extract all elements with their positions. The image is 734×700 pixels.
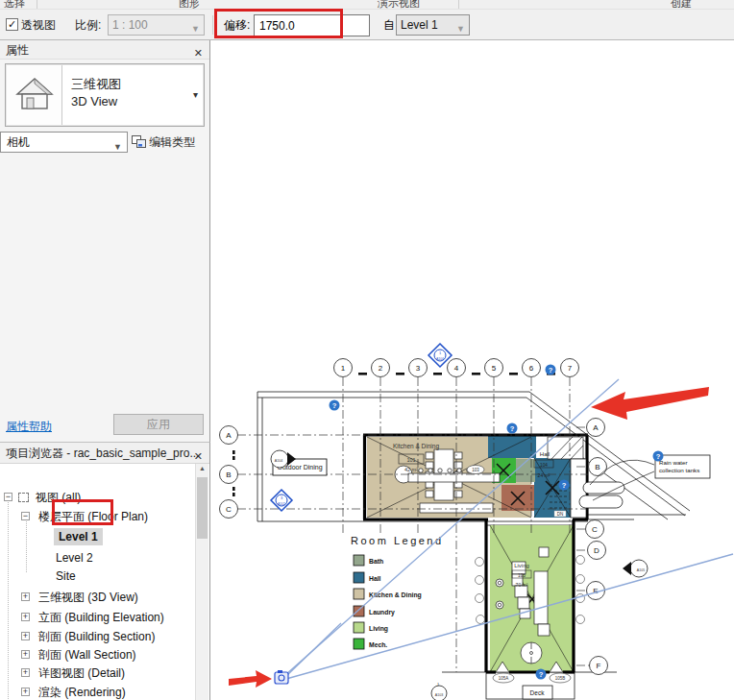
ribbon-graphics-label: 图形 bbox=[179, 0, 200, 10]
chevron-down-icon: ▼ bbox=[456, 19, 465, 38]
project-browser-title-bar[interactable]: 项目浏览器 - rac_basic_sample_pro... ✕ bbox=[0, 443, 209, 464]
offset-input[interactable] bbox=[254, 14, 370, 36]
legend-swatch bbox=[354, 622, 364, 633]
svg-text:Living: Living bbox=[369, 625, 388, 633]
properties-title: 属性 bbox=[6, 43, 29, 57]
project-browser-tree: − 视图 (all) − 楼层平面 (Floor Plan) Level 1 L… bbox=[0, 464, 196, 700]
apply-button[interactable]: 应用 bbox=[113, 414, 204, 435]
expand-icon[interactable]: + bbox=[21, 592, 30, 601]
living-area: 70 m² bbox=[516, 582, 528, 588]
collapse-icon[interactable]: − bbox=[21, 512, 30, 520]
elevation-marker-right[interactable]: A105 bbox=[623, 560, 648, 577]
chevron-down-icon: ▾ bbox=[193, 89, 198, 100]
ribbon-strip: 选择 图形 演示视图 创建 bbox=[0, 0, 734, 10]
chevron-down-icon: ▼ bbox=[191, 19, 200, 38]
house-3d-view-icon bbox=[7, 65, 62, 125]
svg-text:?: ? bbox=[562, 481, 567, 490]
expand-icon[interactable]: + bbox=[21, 650, 30, 659]
svg-text:D: D bbox=[594, 546, 599, 555]
project-browser-title: 项目浏览器 - rac_basic_sample_pro... bbox=[6, 447, 199, 460]
kitchen-number: 101 bbox=[406, 457, 415, 463]
room-legend: Room Legend Bath Hall Kitchen & Dining L… bbox=[351, 535, 444, 649]
expand-icon[interactable]: + bbox=[21, 632, 30, 640]
svg-text:A103: A103 bbox=[435, 693, 443, 697]
edit-type-button[interactable]: 编辑类型 bbox=[132, 132, 208, 153]
svg-text:Bath: Bath bbox=[369, 558, 383, 565]
properties-title-bar[interactable]: 属性 ✕ bbox=[0, 40, 209, 60]
svg-text:?: ? bbox=[510, 424, 515, 433]
svg-text:1: 1 bbox=[341, 364, 346, 373]
elevation-marker-bottom[interactable]: 1 A103 bbox=[431, 682, 447, 700]
perspective-label: 透视图 bbox=[21, 17, 56, 33]
ribbon-separator bbox=[37, 0, 37, 10]
red-arrow-right-area bbox=[591, 387, 709, 420]
svg-text:?: ? bbox=[656, 452, 661, 461]
project-browser: 项目浏览器 - rac_basic_sample_pro... ✕ − 视图 (… bbox=[0, 442, 210, 700]
legend-swatch bbox=[354, 606, 364, 616]
svg-text:A: A bbox=[226, 431, 232, 440]
living-number: 105 bbox=[518, 573, 526, 578]
options-bar: ✓ 透视图 比例: 1 : 100 ▼ 偏移: 自 Level 1 ▼ bbox=[0, 10, 734, 40]
drawing-canvas[interactable]: DN bbox=[210, 40, 734, 700]
hall-number: 104 bbox=[540, 463, 548, 468]
svg-text:Laundry: Laundry bbox=[369, 609, 395, 616]
scroll-up-icon[interactable]: ▲ bbox=[196, 465, 208, 471]
svg-text:4: 4 bbox=[454, 364, 459, 373]
edit-type-icon bbox=[132, 135, 146, 148]
living-name: Living bbox=[514, 563, 529, 568]
svg-text:3: 3 bbox=[416, 364, 421, 373]
tree-connector bbox=[8, 502, 9, 700]
expand-icon[interactable]: + bbox=[21, 668, 30, 677]
type-selector[interactable]: 三维视图 3D View ▾ bbox=[5, 63, 205, 127]
ribbon-create-label: 创建 bbox=[671, 0, 692, 10]
svg-text:C: C bbox=[226, 505, 232, 514]
scale-dropdown[interactable]: 1 : 100 ▼ bbox=[108, 14, 205, 36]
tree-scrollbar[interactable]: ▲ bbox=[195, 464, 208, 700]
close-icon[interactable]: ✕ bbox=[194, 43, 203, 62]
svg-text:A104: A104 bbox=[275, 459, 282, 463]
svg-text:5: 5 bbox=[492, 364, 497, 373]
red-arrow-camera bbox=[229, 670, 272, 688]
camera-icon[interactable] bbox=[275, 670, 288, 684]
expand-icon[interactable]: + bbox=[21, 613, 30, 621]
collapse-icon[interactable]: − bbox=[4, 493, 12, 501]
legend-swatch bbox=[354, 639, 364, 649]
scale-label: 比例: bbox=[75, 17, 101, 33]
door-tag-105b: 105B bbox=[555, 676, 566, 681]
from-label: 自 bbox=[383, 17, 395, 33]
svg-text:A: A bbox=[593, 423, 599, 432]
properties-palette: 属性 ✕ 三维视图 3D View ▾ 相机 ▼ bbox=[0, 40, 210, 442]
svg-text:?: ? bbox=[549, 366, 553, 374]
svg-text:?: ? bbox=[332, 401, 337, 410]
scrollbar-thumb[interactable] bbox=[197, 477, 208, 539]
perspective-checkbox[interactable]: ✓ bbox=[6, 18, 18, 31]
filter-combo-camera[interactable]: 相机 ▼ bbox=[0, 132, 128, 153]
offset-label: 偏移: bbox=[224, 17, 250, 33]
svg-text:B: B bbox=[226, 471, 231, 479]
deck-label: Deck bbox=[530, 689, 546, 696]
door-tag-105a: 105A bbox=[499, 676, 509, 681]
svg-text:C: C bbox=[592, 525, 598, 534]
svg-text:2: 2 bbox=[379, 364, 383, 373]
ribbon-select-label: 选择 bbox=[4, 0, 25, 10]
svg-text:6: 6 bbox=[529, 364, 534, 373]
properties-help-link[interactable]: 属性帮助 bbox=[6, 419, 52, 435]
legend-swatch bbox=[354, 572, 364, 583]
svg-text:A104: A104 bbox=[436, 357, 444, 361]
expand-icon[interactable]: + bbox=[21, 688, 30, 696]
rain-water-label: Rain water bbox=[659, 459, 688, 466]
kitchen-area: 42 m² bbox=[404, 467, 418, 472]
dn-label: DN bbox=[557, 512, 564, 517]
from-level-dropdown[interactable]: Level 1 ▼ bbox=[396, 14, 470, 36]
annotation-arrows bbox=[229, 387, 709, 688]
svg-text:7: 7 bbox=[568, 364, 573, 373]
ribbon-separator bbox=[458, 0, 459, 10]
elevation-marker-left-diamond[interactable]: 3 A102 bbox=[271, 490, 292, 511]
tree-connector bbox=[26, 519, 27, 572]
svg-text:collection tanks: collection tanks bbox=[659, 467, 699, 473]
properties-empty-area bbox=[0, 157, 209, 413]
chevron-down-icon: ▼ bbox=[113, 137, 122, 157]
ribbon-presentation-label: 演示视图 bbox=[378, 0, 420, 10]
hall-name: Hall bbox=[540, 451, 550, 457]
svg-text:Hall: Hall bbox=[369, 575, 381, 582]
